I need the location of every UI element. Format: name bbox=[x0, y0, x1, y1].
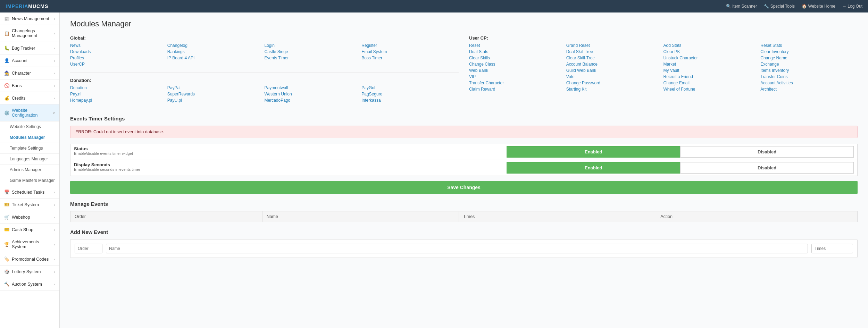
status-enabled-btn[interactable]: Enabled bbox=[507, 146, 680, 158]
link-pagseguro[interactable]: PagSeguro bbox=[361, 91, 459, 97]
link-usercp[interactable]: UserCP bbox=[70, 61, 167, 67]
times-input[interactable] bbox=[811, 244, 853, 253]
link-account-activities[interactable]: Account Activities bbox=[760, 80, 858, 86]
sidebar-subitem-modules-manager[interactable]: Modules Manager bbox=[0, 132, 59, 143]
link-western-union[interactable]: Western Union bbox=[265, 91, 362, 97]
link-changelog[interactable]: Changelog bbox=[167, 43, 265, 48]
link-boss-timer[interactable]: Boss Timer bbox=[361, 55, 459, 61]
sidebar-item-news-management[interactable]: 📰News Management ‹ bbox=[0, 12, 59, 25]
link-superrewards[interactable]: SuperRewards bbox=[167, 91, 265, 97]
link-my-vault[interactable]: My Vault bbox=[663, 68, 761, 73]
link-claim-reward[interactable]: Claim Reward bbox=[469, 86, 566, 92]
order-input[interactable] bbox=[75, 244, 102, 253]
link-web-bank[interactable]: Web Bank bbox=[469, 68, 566, 73]
usercp-section-title: User CP: bbox=[469, 35, 858, 41]
link-transfer-coins[interactable]: Transfer Coins bbox=[760, 74, 858, 79]
link-rankings[interactable]: Rankings bbox=[167, 49, 265, 54]
display-seconds-disabled-btn[interactable]: Disabled bbox=[680, 162, 854, 174]
link-change-class[interactable]: Change Class bbox=[469, 61, 566, 67]
link-interkassa[interactable]: Interkassa bbox=[361, 98, 459, 103]
sidebar-item-credits[interactable]: 💰Credits ‹ bbox=[0, 92, 59, 104]
sidebar-item-account[interactable]: 👤Account ‹ bbox=[0, 54, 59, 67]
link-donation[interactable]: Donation bbox=[70, 85, 167, 91]
link-payupl[interactable]: PayU.pl bbox=[167, 98, 265, 103]
sidebar-item-character[interactable]: 🧙Character ‹ bbox=[0, 67, 59, 79]
website-home-link[interactable]: 🏠 Website Home bbox=[802, 4, 835, 9]
sidebar-item-auction-system[interactable]: 🔨Auction System ‹ bbox=[0, 278, 59, 291]
sidebar-item-promotional-codes[interactable]: 🏷️Promotional Codes ‹ bbox=[0, 253, 59, 266]
sidebar-item-webshop[interactable]: 🛒Webshop ‹ bbox=[0, 211, 59, 224]
log-out-link[interactable]: → Log Out bbox=[842, 4, 862, 9]
link-news[interactable]: News bbox=[70, 43, 167, 48]
account-icon: 👤 bbox=[4, 58, 10, 63]
link-add-stats[interactable]: Add Stats bbox=[663, 43, 761, 48]
status-disabled-btn[interactable]: Disabled bbox=[680, 146, 854, 158]
link-architect[interactable]: Architect bbox=[760, 86, 858, 92]
link-grand-reset[interactable]: Grand Reset bbox=[566, 43, 663, 48]
sidebar-subitem-languages-manager[interactable]: Languages Manager bbox=[0, 154, 59, 165]
link-login[interactable]: Login bbox=[265, 43, 362, 48]
item-scanner-link[interactable]: 🔍 Item Scanner bbox=[726, 4, 757, 9]
link-paynl[interactable]: Pay.nl bbox=[70, 91, 167, 97]
link-recruit-a-friend[interactable]: Recruit a Friend bbox=[663, 74, 761, 79]
link-events-timer[interactable]: Events Timer bbox=[265, 55, 362, 61]
link-change-name[interactable]: Change Name bbox=[760, 55, 858, 61]
sidebar-subitem-admins-manager[interactable]: Admins Manager bbox=[0, 165, 59, 175]
nav-links: 🔍 Item Scanner 🔧 Special Tools 🏠 Website… bbox=[726, 4, 862, 9]
sidebar-subitem-template-settings[interactable]: Template Settings bbox=[0, 143, 59, 154]
sidebar-item-bans[interactable]: 🚫Bans ‹ bbox=[0, 79, 59, 92]
display-seconds-enabled-btn[interactable]: Enabled bbox=[507, 162, 680, 174]
link-paygol[interactable]: PayGol bbox=[361, 85, 459, 91]
sidebar-item-scheduled-tasks[interactable]: 📅Scheduled Tasks ‹ bbox=[0, 186, 59, 199]
link-clear-pk[interactable]: Clear PK bbox=[663, 49, 761, 54]
link-paymentwall[interactable]: Paymentwall bbox=[265, 85, 362, 91]
sidebar: 📰News Management ‹ 📋Changelogs Managemen… bbox=[0, 12, 60, 328]
link-market[interactable]: Market bbox=[663, 61, 761, 67]
events-timer-title: Events Timer Settings bbox=[70, 116, 858, 121]
link-homepay[interactable]: Homepay.pl bbox=[70, 98, 167, 103]
link-mercadopago[interactable]: MercadoPago bbox=[265, 98, 362, 103]
link-reset-stats[interactable]: Reset Stats bbox=[760, 43, 858, 48]
link-wheel-of-fortune[interactable]: Wheel of Fortune bbox=[663, 86, 761, 92]
link-ip-board[interactable]: IP Board 4 API bbox=[167, 55, 265, 61]
sidebar-item-changelogs-management[interactable]: 📋Changelogs Management ‹ bbox=[0, 25, 59, 42]
arrow-icon: ‹ bbox=[54, 257, 55, 261]
link-exchange[interactable]: Exchange bbox=[760, 61, 858, 67]
link-starting-kit[interactable]: Starting Kit bbox=[566, 86, 663, 92]
sidebar-item-achievements-system[interactable]: 🏆Achievements System ‹ bbox=[0, 236, 59, 253]
event-name-input[interactable] bbox=[106, 244, 808, 253]
link-profiles[interactable]: Profiles bbox=[70, 55, 167, 61]
link-castle-siege[interactable]: Castle Siege bbox=[265, 49, 362, 54]
sidebar-subitem-game-masters-manager[interactable]: Game Masters Manager bbox=[0, 175, 59, 186]
link-dual-skill-tree[interactable]: Dual Skill Tree bbox=[566, 49, 663, 54]
link-vote[interactable]: Vote bbox=[566, 74, 663, 79]
link-account-balance[interactable]: Account Balance bbox=[566, 61, 663, 67]
save-changes-button[interactable]: Save Changes bbox=[70, 181, 858, 194]
link-clear-skills[interactable]: Clear Skills bbox=[469, 55, 566, 61]
link-downloads[interactable]: Downloads bbox=[70, 49, 167, 54]
special-tools-link[interactable]: 🔧 Special Tools bbox=[764, 4, 795, 9]
link-clear-inventory[interactable]: Clear Inventory bbox=[760, 49, 858, 54]
sidebar-item-lottery-system[interactable]: 🎲Lottery System ‹ bbox=[0, 266, 59, 278]
link-vip[interactable]: VIP bbox=[469, 74, 566, 79]
link-transfer-character[interactable]: Transfer Character bbox=[469, 80, 566, 86]
col-order: Order bbox=[70, 211, 262, 222]
top-navbar: IMPERIAMUCMS 🔍 Item Scanner 🔧 Special To… bbox=[0, 0, 868, 12]
link-change-password[interactable]: Change Password bbox=[566, 80, 663, 86]
link-items-inventory[interactable]: Items Inventory bbox=[760, 68, 858, 73]
sidebar-item-cash-shop[interactable]: 💳Cash Shop ‹ bbox=[0, 224, 59, 236]
link-clear-skill-tree[interactable]: Clear Skill-Tree bbox=[566, 55, 663, 61]
link-dual-stats[interactable]: Dual Stats bbox=[469, 49, 566, 54]
link-unstuck-character[interactable]: Unstuck Character bbox=[663, 55, 761, 61]
sidebar-item-ticket-system[interactable]: 🎫Ticket System ‹ bbox=[0, 199, 59, 211]
link-register[interactable]: Register bbox=[361, 43, 459, 48]
link-reset[interactable]: Reset bbox=[469, 43, 566, 48]
global-section: Global: News Changelog Login Register Do… bbox=[70, 35, 459, 67]
link-guild-web-bank[interactable]: Guild Web Bank bbox=[566, 68, 663, 73]
link-email-system[interactable]: Email System bbox=[361, 49, 459, 54]
sidebar-item-bug-tracker[interactable]: 🐛Bug Tracker ‹ bbox=[0, 42, 59, 54]
link-paypal[interactable]: PayPal bbox=[167, 85, 265, 91]
link-change-email[interactable]: Change Email bbox=[663, 80, 761, 86]
sidebar-subitem-website-settings[interactable]: Website Settings bbox=[0, 121, 59, 132]
sidebar-item-website-configuration[interactable]: ⚙️Website Configuration ∨ bbox=[0, 104, 59, 121]
